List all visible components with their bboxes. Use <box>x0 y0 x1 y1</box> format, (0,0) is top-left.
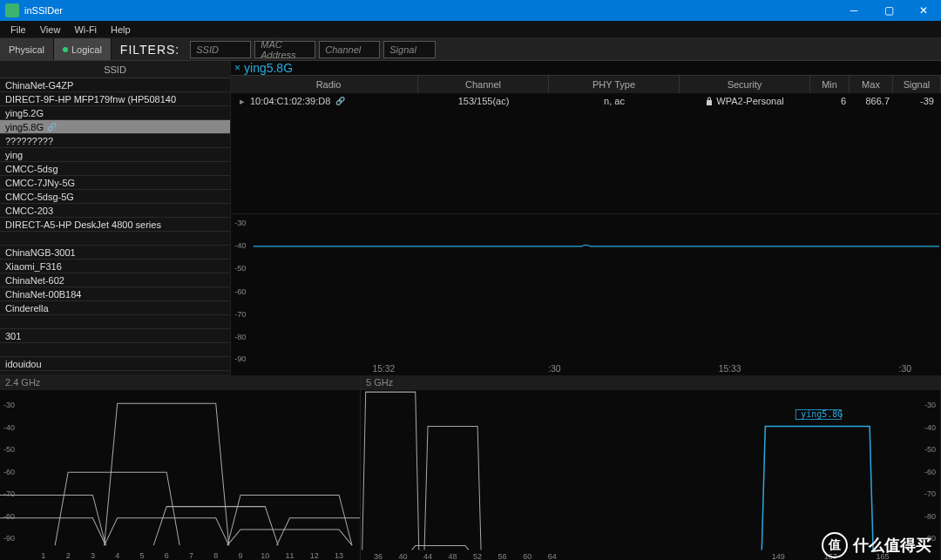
ssid-item[interactable]: CMCC-203 <box>0 204 230 218</box>
filter-ssid-input[interactable]: SSID <box>190 41 251 58</box>
svg-text:-50: -50 <box>924 445 936 454</box>
svg-text:52: 52 <box>473 552 482 560</box>
svg-text:56: 56 <box>498 552 507 560</box>
signal-time-chart[interactable]: -30 -40 -50 -60 -70 -80 -90 15:32 :30 15… <box>231 213 941 375</box>
radio-table: Radio Channel PHY Type Security Min Max … <box>231 75 941 109</box>
ssid-item[interactable]: DIRECT-A5-HP DeskJet 4800 series <box>0 218 230 232</box>
ssid-item[interactable]: DIRECT-9F-HP MFP179fnw (HP508140 <box>0 92 230 106</box>
active-dot-icon <box>63 47 68 52</box>
ssid-item[interactable]: 301 <box>0 329 230 343</box>
logical-toggle[interactable]: Logical <box>54 38 112 60</box>
svg-text:-80: -80 <box>924 512 936 521</box>
ssid-item[interactable]: ChinaNet-602 <box>0 273 230 287</box>
maximize-button[interactable]: ▢ <box>871 0 906 21</box>
svg-text:15:33: 15:33 <box>719 364 741 374</box>
svg-text:-30: -30 <box>234 219 246 227</box>
svg-text:60: 60 <box>523 552 531 560</box>
ssid-list: ChinaNet-G4ZPDIRECT-9F-HP MFP179fnw (HP5… <box>0 78 230 374</box>
ssid-item[interactable]: ying5.2G <box>0 106 230 120</box>
physical-toggle[interactable]: Physical <box>0 38 54 60</box>
ssid-label: CMCC-203 <box>5 204 53 218</box>
ssid-label: CMCC-5dsg <box>5 162 58 176</box>
expand-icon[interactable]: ▸ <box>240 96 245 107</box>
filter-signal-input[interactable]: Signal <box>383 41 436 58</box>
svg-text:-30: -30 <box>3 401 15 409</box>
filter-mac-input[interactable]: MAC Address <box>254 41 315 58</box>
chart-5ghz-body[interactable]: 3640444852566064149157165 -30 -40 -50 -6… <box>361 390 940 560</box>
svg-text:157: 157 <box>824 552 837 560</box>
menu-file[interactable]: File <box>3 23 33 37</box>
radio-max: 866.7 <box>850 96 893 106</box>
svg-text:9: 9 <box>239 551 243 560</box>
svg-text:15:32: 15:32 <box>372 364 395 374</box>
svg-text:-80: -80 <box>234 333 246 341</box>
svg-text:-60: -60 <box>924 468 936 476</box>
filter-bar: Physical Logical FILTERS: SSID MAC Addre… <box>0 38 941 61</box>
menubar: File View Wi-Fi Help <box>0 21 941 38</box>
details-header: × ying5.8G <box>231 61 941 75</box>
main-area: SSID ChinaNet-G4ZPDIRECT-9F-HP MFP179fnw… <box>0 61 941 374</box>
ssid-item[interactable]: ying <box>0 148 230 162</box>
ssid-item[interactable]: Cinderella <box>0 301 230 315</box>
ssid-item[interactable] <box>0 343 230 357</box>
ssid-label: 301 <box>5 329 21 343</box>
ssid-item[interactable]: ChinaNGB-3001 <box>0 246 230 260</box>
col-phy[interactable]: PHY Type <box>549 76 680 93</box>
window-titlebar: inSSIDer ─ ▢ ✕ <box>0 0 941 21</box>
ssid-item[interactable]: ChinaNet-00B184 <box>0 287 230 301</box>
svg-text:-90: -90 <box>924 534 936 543</box>
menu-help[interactable]: Help <box>104 23 138 37</box>
ssid-label: ChinaNet-602 <box>5 273 64 287</box>
ssid-item[interactable]: idouidou <box>0 357 230 371</box>
ssid-item[interactable] <box>0 232 230 246</box>
col-signal[interactable]: Signal <box>893 76 941 93</box>
ssid-item[interactable]: CMCC-5dsg <box>0 162 230 176</box>
ssid-item[interactable]: CMCC-7JNy-5G <box>0 176 230 190</box>
ssid-label: CMCC-7JNy-5G <box>5 176 75 190</box>
menu-wifi[interactable]: Wi-Fi <box>67 23 104 37</box>
chart-5ghz: 5 GHz 3640444852566064149157165 -30 -40 … <box>361 374 941 560</box>
ssid-item[interactable]: ying5.8G🔗 <box>0 120 230 134</box>
col-min[interactable]: Min <box>810 76 850 93</box>
svg-text:165: 165 <box>877 552 890 560</box>
radio-table-header: Radio Channel PHY Type Security Min Max … <box>231 76 941 93</box>
ssid-label: ChinaNGB-3001 <box>5 246 76 260</box>
svg-text:64: 64 <box>548 552 557 560</box>
selected-ssid-title: ying5.8G <box>244 61 293 75</box>
ssid-sidebar: SSID ChinaNet-G4ZPDIRECT-9F-HP MFP179fnw… <box>0 61 231 374</box>
svg-text:3: 3 <box>91 551 95 560</box>
minimize-button[interactable]: ─ <box>836 0 871 21</box>
svg-text:149: 149 <box>772 552 785 560</box>
spectrum-charts: 2.4 GHz -30 -40 -50 -60 -70 -80 -90 1234… <box>0 374 941 560</box>
close-button[interactable]: ✕ <box>906 0 941 21</box>
ssid-label: DIRECT-A5-HP DeskJet 4800 series <box>5 218 161 232</box>
close-details-icon[interactable]: × <box>234 62 240 74</box>
radio-min: 6 <box>810 96 850 106</box>
ssid-item[interactable]: ????????? <box>0 134 230 148</box>
ssid-label: DIRECT-9F-HP MFP179fnw (HP508140 <box>5 92 176 106</box>
chart-2-4ghz-body[interactable]: -30 -40 -50 -60 -70 -80 -90 123456789101… <box>0 390 360 560</box>
radio-row[interactable]: ▸ 10:04:C1:02:39:D8 🔗 153/155(ac) n, ac … <box>231 93 941 109</box>
svg-text:-90: -90 <box>3 534 15 543</box>
svg-text:-60: -60 <box>3 468 15 476</box>
ssid-item[interactable] <box>0 315 230 329</box>
svg-text:2: 2 <box>66 551 71 560</box>
col-channel[interactable]: Channel <box>418 76 549 93</box>
filter-channel-input[interactable]: Channel <box>319 41 380 58</box>
ssid-item[interactable]: Xiaomi_F316 <box>0 260 230 273</box>
col-radio[interactable]: Radio <box>231 76 418 93</box>
details-pane: × ying5.8G Radio Channel PHY Type Securi… <box>231 61 941 374</box>
logical-label: Logical <box>71 44 102 55</box>
col-security[interactable]: Security <box>680 76 810 93</box>
ssid-item[interactable]: ChinaNet-G4ZP <box>0 78 230 92</box>
svg-text:48: 48 <box>449 552 457 560</box>
svg-text:-40: -40 <box>924 423 936 432</box>
col-max[interactable]: Max <box>850 76 893 93</box>
svg-text:-70: -70 <box>234 310 246 319</box>
svg-text::30: :30 <box>899 364 912 374</box>
ssid-label: ying <box>5 148 23 162</box>
link-icon: 🔗 <box>47 120 57 134</box>
menu-view[interactable]: View <box>33 23 68 37</box>
svg-text:-50: -50 <box>234 264 246 273</box>
ssid-item[interactable]: CMCC-5dsg-5G <box>0 190 230 204</box>
